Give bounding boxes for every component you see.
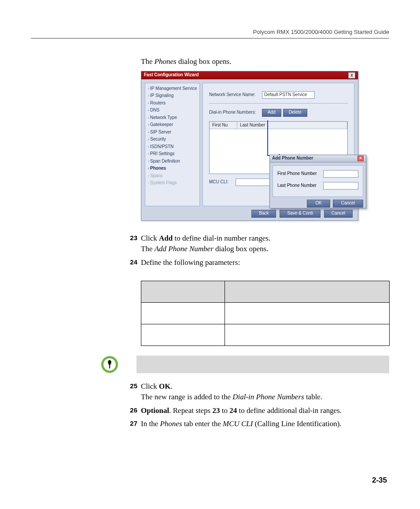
intro-line: The Phones dialog box opens.	[141, 56, 389, 67]
text: Click	[141, 382, 159, 390]
chevron-right-icon: ›	[148, 137, 149, 141]
save-continue-button[interactable]: Save & Conti	[280, 210, 320, 218]
first-number-input[interactable]	[323, 170, 358, 178]
sidebar-item[interactable]: ›Gatekeeper	[147, 121, 198, 129]
tab-name: Phones	[160, 420, 182, 428]
note-row	[101, 356, 389, 373]
chevron-right-icon: ›	[148, 130, 149, 134]
sidebar-item[interactable]: ›DNS	[147, 107, 198, 114]
text: The	[141, 245, 155, 253]
sidebar-label: Span Definition	[150, 159, 180, 163]
field-name: MCU CLI	[223, 420, 253, 428]
sidebar-item[interactable]: ›PRI Settings	[147, 150, 198, 158]
text: to	[220, 406, 229, 415]
last-number-row: Last Phone Number	[277, 182, 358, 189]
pin-icon	[106, 360, 113, 369]
wizard-title: Fast Configuration Wizard	[144, 72, 199, 78]
text: .	[171, 382, 173, 390]
dialin-label: Dial-in Phone Numbers:	[209, 109, 262, 116]
screenshot-wrapper: Fast Configuration Wizard x ›IP Manageme…	[141, 71, 371, 225]
chevron-right-icon: ›	[148, 123, 149, 127]
grid-col-first: First Nu	[210, 122, 237, 129]
text: to define additional dial-in ranges.	[237, 406, 342, 415]
step-body: Optional. Repeat steps 23 to 24 to defin…	[141, 405, 389, 416]
sidebar-item[interactable]: ›Span Definition	[147, 158, 198, 165]
delete-button[interactable]: Delete	[283, 109, 307, 117]
step-number: 25	[122, 381, 141, 403]
text: tab enter the	[182, 420, 223, 428]
sub-cancel-button[interactable]: Cancel	[333, 200, 363, 208]
page: Polycom RMX 1500/2000/4000 Getting Start…	[0, 0, 420, 509]
step-24: 24 Define the following parameters:	[141, 257, 389, 268]
step-body: Click Add to define dial-in number range…	[141, 233, 389, 255]
note-bar	[136, 356, 389, 373]
chevron-right-icon: ›	[148, 93, 149, 98]
text: In the	[141, 420, 160, 428]
sidebar-label: IP Management Service	[150, 86, 197, 91]
close-icon[interactable]: ×	[357, 156, 364, 161]
service-name-label: Network Service Name:	[209, 92, 262, 98]
cancel-button[interactable]: Cancel	[324, 210, 353, 218]
sidebar-item[interactable]: ›Routers	[147, 100, 198, 107]
sidebar-label: DNS	[150, 108, 159, 112]
text: Click	[141, 234, 159, 242]
step-23: 23 Click Add to define dial-in number ra…	[141, 233, 389, 255]
header-guide-title: Polycom RMX 1500/2000/4000 Getting Start…	[31, 29, 389, 35]
sidebar-label: Spans	[150, 173, 162, 178]
wizard-footer: Back Save & Conti Cancel	[248, 210, 353, 218]
chevron-right-icon: ›	[148, 108, 149, 112]
service-name-input[interactable]: Default PSTN Service	[262, 91, 315, 99]
step-25: 25 Click OK. The new range is added to t…	[141, 381, 389, 403]
chevron-right-icon: ›	[148, 86, 149, 91]
last-number-input[interactable]	[323, 182, 358, 189]
ok-button[interactable]: OK	[307, 200, 330, 208]
text: (Calling Line Identification).	[253, 420, 341, 428]
sidebar-label: System Flags	[150, 180, 177, 185]
first-number-label: First Phone Number	[277, 171, 317, 177]
step-body: In the Phones tab enter the MCU CLI (Cal…	[141, 419, 389, 430]
table-row	[141, 324, 390, 346]
grid-col-last: Last Number	[237, 122, 347, 129]
section-divider	[209, 103, 348, 104]
sidebar-item[interactable]: ›IP Management Service	[147, 85, 198, 93]
sidebar-item[interactable]: ›SIP Server	[147, 129, 198, 136]
sidebar-label: ISDN/PSTN	[150, 144, 173, 149]
sidebar-item[interactable]: ›ISDN/PSTN	[147, 143, 198, 151]
sidebar-item-disabled: ›System Flags	[147, 179, 198, 187]
text: The new range is added to the	[141, 393, 232, 401]
back-button[interactable]: Back	[251, 210, 276, 218]
chevron-right-icon: ›	[148, 159, 149, 163]
sidebar-label: Gatekeeper	[150, 122, 173, 127]
last-number-label: Last Phone Number	[277, 182, 317, 189]
sub-dialog-title: Add Phone Number	[272, 155, 313, 162]
optional-label: Optional	[141, 406, 169, 415]
close-icon[interactable]: x	[348, 72, 355, 78]
table-header-row	[141, 281, 390, 302]
table-row	[141, 302, 390, 324]
table-name: Dial-in Phone Numbers	[232, 393, 304, 401]
content-block: The Phones dialog box opens. Fast Config…	[141, 56, 389, 430]
sidebar-item[interactable]: ›Network Type	[147, 114, 198, 122]
sidebar-item[interactable]: ›Security	[147, 136, 198, 143]
chevron-right-icon: ›	[148, 115, 149, 120]
chevron-right-icon: ›	[148, 145, 149, 149]
table-cell	[141, 324, 225, 346]
table-header-cell	[225, 281, 390, 302]
sidebar-label: Phones	[150, 166, 166, 171]
sub-dialog-buttons: OK Cancel	[270, 200, 363, 208]
chevron-right-icon: ›	[148, 174, 149, 178]
sidebar-label: Routers	[150, 100, 166, 105]
sidebar-item-active[interactable]: ›Phones	[147, 165, 198, 172]
steps-block-1: 23 Click Add to define dial-in number ra…	[141, 233, 389, 268]
chevron-right-icon: ›	[148, 101, 149, 105]
action-word: OK	[159, 382, 170, 390]
table-cell	[225, 324, 390, 346]
text: dialog box opens.	[214, 245, 269, 253]
sub-dialog-titlebar: Add Phone Number ×	[270, 155, 366, 163]
service-name-row: Network Service Name: Default PSTN Servi…	[209, 91, 348, 99]
grid-header: First Nu Last Number	[210, 122, 347, 130]
add-button[interactable]: Add	[262, 109, 281, 117]
sidebar-item[interactable]: ›IP Signaling	[147, 92, 198, 100]
dialog-name: Add Phone Number	[155, 245, 214, 253]
add-phone-dialog: Add Phone Number × First Phone Number La…	[269, 155, 366, 208]
